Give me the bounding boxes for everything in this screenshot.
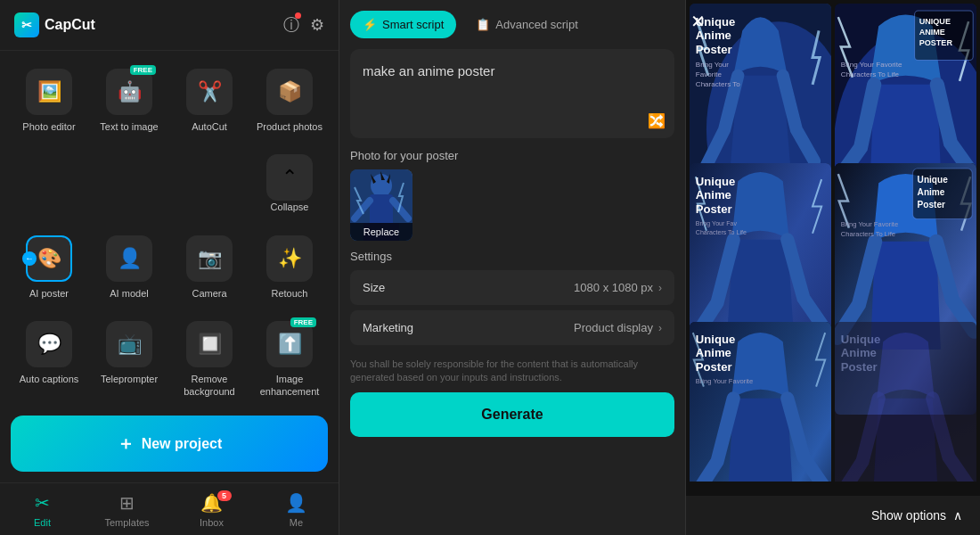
- tool-retouch-icon-box: ✨: [266, 235, 313, 282]
- tool-ai-model-icon-box: 👤: [106, 235, 152, 282]
- settings-section: Settings Size 1080 x 1080 px › Marketing…: [339, 250, 685, 350]
- svg-text:ANIME: ANIME: [919, 28, 945, 37]
- nav-inbox[interactable]: 🔔 5 Inbox: [169, 483, 254, 535]
- tool-ai-model-label: AI model: [110, 287, 148, 300]
- templates-nav-label: Templates: [104, 517, 149, 528]
- tool-auto-captions-icon-box: 💬: [26, 321, 72, 367]
- setting-size-row[interactable]: Size 1080 x 1080 px ›: [350, 270, 674, 305]
- tool-teleprompter-label: Teleprompter: [101, 373, 158, 385]
- generate-label: Generate: [481, 407, 543, 422]
- tab-smart-script[interactable]: ⚡ Smart script: [350, 11, 456, 38]
- edit-nav-label: Edit: [34, 517, 51, 528]
- tool-image-enhancement[interactable]: FREE ⬆️ Image enhancement: [251, 312, 328, 407]
- inbox-badge: 5: [217, 490, 232, 501]
- svg-text:UNIQUE: UNIQUE: [919, 17, 951, 26]
- tool-text-to-image[interactable]: FREE 🤖 Text to image: [91, 60, 167, 142]
- close-button[interactable]: ✕: [690, 11, 706, 32]
- tool-ai-poster[interactable]: ← 🎨 AI poster: [11, 226, 87, 309]
- tool-camera-label: Camera: [192, 287, 226, 300]
- result-card-5[interactable]: Unique Anime Poster Bring Your Favorite …: [690, 322, 831, 482]
- tool-retouch-label: Retouch: [272, 287, 308, 300]
- free-badge-2: FREE: [290, 317, 316, 327]
- nav-edit[interactable]: ✂ Edit: [0, 483, 85, 535]
- tool-ai-poster-label: AI poster: [29, 287, 69, 300]
- sidebar: ✂ CapCut ⓘ ⚙ 🖼️ Photo editor FREE 🤖 T: [0, 0, 339, 535]
- advanced-script-label: Advanced script: [495, 18, 578, 31]
- tool-retouch[interactable]: ✨ Retouch: [251, 226, 328, 309]
- me-nav-icon: 👤: [285, 492, 307, 514]
- tab-advanced-script[interactable]: 📋 Advanced script: [463, 11, 591, 38]
- setting-marketing-label: Marketing: [363, 321, 413, 334]
- smart-script-icon: ⚡: [363, 18, 377, 31]
- tool-image-enhancement-label: Image enhancement: [255, 373, 324, 399]
- svg-text:Anime: Anime: [696, 188, 731, 202]
- bottom-nav: ✂ Edit ⊞ Templates 🔔 5 Inbox 👤 Me: [0, 482, 339, 535]
- tool-autocut[interactable]: ✂️ AutoCut: [171, 60, 248, 142]
- tool-remove-background-icon-box: 🔲: [186, 321, 233, 367]
- result-card-6[interactable]: Unique Anime Poster Order Now: [835, 322, 976, 482]
- tool-remove-background[interactable]: 🔲 Remove background: [171, 312, 248, 407]
- svg-text:Characters To Life: Characters To Life: [696, 228, 747, 235]
- tools-grid: 🖼️ Photo editor FREE 🤖 Text to image ✂️ …: [0, 51, 339, 408]
- tool-photo-editor[interactable]: 🖼️ Photo editor: [11, 60, 87, 142]
- show-options-bar[interactable]: Show options ∧: [686, 496, 980, 535]
- settings-icon[interactable]: ⚙: [310, 15, 324, 35]
- prompt-area[interactable]: make an anime poster 🔀: [350, 49, 674, 138]
- tool-teleprompter[interactable]: 📺 Teleprompter: [91, 312, 167, 407]
- svg-text:Anime: Anime: [841, 347, 877, 360]
- tool-product-photos-icon-box: 📦: [266, 69, 313, 115]
- inbox-nav-label: Inbox: [200, 517, 224, 528]
- tool-ai-model[interactable]: 👤 AI model: [91, 226, 167, 309]
- chevron-up-icon: ∧: [953, 508, 962, 523]
- new-project-plus-icon: ＋: [117, 432, 135, 456]
- card-6-svg: Unique Anime Poster Order Now: [835, 322, 976, 482]
- header-icons: ⓘ ⚙: [283, 14, 324, 36]
- svg-text:Characters To Life: Characters To Life: [841, 229, 895, 237]
- svg-rect-2: [370, 194, 393, 226]
- generate-button[interactable]: Generate: [350, 392, 674, 437]
- photo-thumbnail[interactable]: Replace: [350, 169, 412, 241]
- svg-text:Poster: Poster: [696, 360, 732, 374]
- collapse-label: Collapse: [271, 201, 309, 213]
- size-chevron-icon: ›: [658, 282, 662, 294]
- svg-text:Poster: Poster: [696, 43, 732, 56]
- shuffle-button[interactable]: 🔀: [648, 112, 666, 129]
- tool-photo-editor-label: Photo editor: [22, 120, 75, 133]
- nav-me[interactable]: 👤 Me: [254, 483, 339, 535]
- tool-product-photos[interactable]: 📦 Product photos: [251, 60, 328, 142]
- svg-text:Bring Your Fav: Bring Your Fav: [696, 219, 738, 226]
- collapse-button[interactable]: ⌃ Collapse: [251, 145, 328, 222]
- script-tabs: ⚡ Smart script 📋 Advanced script: [339, 0, 685, 38]
- templates-nav-icon: ⊞: [119, 492, 135, 514]
- ai-pointer-arrow: ←: [22, 251, 37, 266]
- setting-size-value: 1080 x 1080 px ›: [574, 281, 662, 294]
- tool-photo-editor-icon-box: 🖼️: [26, 69, 72, 115]
- svg-text:Poster: Poster: [918, 200, 945, 210]
- tool-camera[interactable]: 📷 Camera: [171, 226, 248, 309]
- tool-auto-captions[interactable]: 💬 Auto captions: [11, 312, 87, 407]
- svg-text:Unique: Unique: [841, 333, 880, 347]
- tool-autocut-label: AutoCut: [192, 120, 227, 133]
- nav-templates[interactable]: ⊞ Templates: [85, 483, 169, 535]
- free-badge: FREE: [130, 65, 156, 75]
- svg-text:Characters To Life: Characters To Life: [841, 70, 900, 78]
- show-options-text: Show options: [871, 508, 946, 523]
- svg-text:Bring Your Favorite: Bring Your Favorite: [841, 219, 898, 227]
- svg-text:Poster: Poster: [841, 360, 878, 374]
- help-icon[interactable]: ⓘ: [283, 14, 299, 36]
- tools-area: 🖼️ Photo editor FREE 🤖 Text to image ✂️ …: [0, 51, 339, 408]
- svg-text:Anime: Anime: [696, 347, 731, 360]
- collapse-icon-box: ⌃: [266, 154, 313, 201]
- new-project-button[interactable]: ＋ New project: [11, 416, 328, 472]
- me-nav-label: Me: [290, 517, 303, 528]
- svg-text:POSTER: POSTER: [919, 38, 953, 47]
- center-panel: ⚡ Smart script 📋 Advanced script make an…: [339, 0, 686, 535]
- svg-text:Characters To: Characters To: [696, 80, 741, 88]
- card-5-svg: Unique Anime Poster Bring Your Favorite …: [690, 322, 831, 482]
- tool-ai-poster-icon-box: ← 🎨: [26, 235, 72, 282]
- tool-autocut-icon-box: ✂️: [186, 69, 233, 115]
- setting-marketing-row[interactable]: Marketing Product display ›: [350, 310, 674, 345]
- svg-text:Poster: Poster: [696, 202, 732, 215]
- svg-text:Unique: Unique: [696, 333, 735, 347]
- tool-text-to-image-icon-box: FREE 🤖: [106, 69, 152, 115]
